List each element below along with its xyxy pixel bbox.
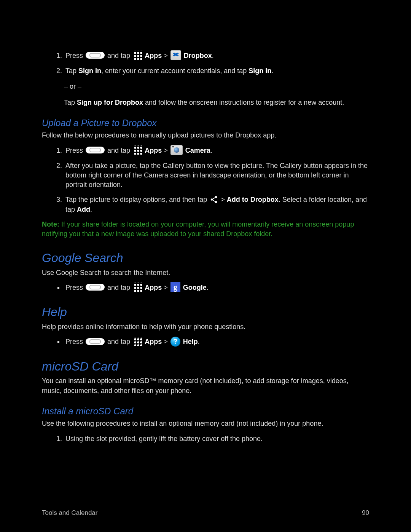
- t: .: [90, 206, 92, 213]
- list-item: Tap Sign in, enter your current account …: [64, 66, 369, 76]
- apps-label: Apps: [145, 147, 162, 154]
- t: Tap: [64, 99, 77, 106]
- t: and follow the onscreen instructions to …: [143, 99, 344, 106]
- apps-label: Apps: [145, 284, 162, 291]
- t: .: [271, 67, 273, 75]
- bold: Add: [77, 206, 90, 213]
- camera-icon: [170, 145, 183, 155]
- apps-grid-icon: [133, 283, 142, 292]
- footer-section: Tools and Calendar: [42, 509, 97, 516]
- bold: Sign in: [78, 67, 101, 75]
- step-text: and tap: [107, 147, 130, 154]
- alt-instruction: Tap Sign up for Dropbox and follow the o…: [64, 98, 369, 107]
- bold: Sign up for Dropbox: [77, 99, 143, 106]
- target-app: Help: [183, 338, 198, 345]
- separator: >: [164, 338, 168, 345]
- heading-google-search: Google Search: [42, 249, 369, 267]
- bold: Add to Dropbox: [227, 196, 279, 203]
- list-item: Using the slot provided, gently lift the…: [64, 434, 369, 444]
- bold: Sign in: [249, 67, 271, 75]
- apps-grid-icon: [133, 51, 142, 60]
- target-app: Camera: [185, 147, 210, 154]
- help-steps: Press and tap Apps > ? Help.: [42, 337, 369, 347]
- note-text: Note: If your share folder is located on…: [42, 220, 369, 239]
- home-button-icon: [86, 338, 105, 345]
- document-page: Press and tap Apps > Dropbox. Tap Sign i…: [0, 0, 411, 532]
- dropbox-icon: [170, 50, 181, 60]
- list-item: Press and tap Apps > g Google.: [64, 283, 369, 293]
- list-item: Press and tap Apps > ? Help.: [64, 337, 369, 347]
- apps-grid-icon: [133, 337, 142, 346]
- intro: Use the following procedures to install …: [42, 419, 369, 428]
- step-text: Press: [65, 338, 83, 345]
- intro: Use Google Search to search the Internet…: [42, 268, 369, 278]
- heading-install-microsd: Install a microSD Card: [42, 405, 369, 418]
- upload-steps: Press and tap Apps > Camera. After you t…: [42, 146, 369, 214]
- step-text: and tap: [107, 284, 130, 291]
- intro: Follow the below procedures to manually …: [42, 131, 369, 140]
- step-text: and tap: [107, 338, 130, 345]
- svg-line-4: [213, 200, 215, 202]
- t: Tap: [65, 67, 78, 75]
- list-item: After you take a picture, tap the Galler…: [64, 161, 369, 190]
- step-text: Press: [65, 147, 83, 154]
- google-icon: g: [170, 282, 180, 292]
- intro: You can install an optional microSD™ mem…: [42, 376, 369, 395]
- svg-line-3: [213, 197, 215, 199]
- t: , enter your current account credentials…: [101, 67, 249, 75]
- separator: >: [164, 284, 168, 291]
- dropbox-signin-steps: Press and tap Apps > Dropbox. Tap Sign i…: [42, 51, 369, 76]
- target-app: Dropbox: [184, 52, 212, 59]
- help-icon: ?: [170, 337, 180, 347]
- list-item: Press and tap Apps > Camera.: [64, 146, 369, 156]
- apps-label: Apps: [145, 52, 162, 59]
- apps-label: Apps: [145, 338, 162, 345]
- or-separator: – or –: [64, 82, 369, 91]
- heading-help: Help: [42, 304, 369, 321]
- google-steps: Press and tap Apps > g Google.: [42, 283, 369, 293]
- list-item: Press and tap Apps > Dropbox.: [64, 51, 369, 61]
- home-button-icon: [86, 284, 105, 291]
- step-text: Press: [65, 284, 83, 291]
- note-body: If your share folder is located on your …: [42, 220, 354, 238]
- share-icon: [210, 195, 218, 204]
- separator: >: [221, 196, 225, 203]
- apps-grid-icon: [133, 145, 142, 155]
- home-button-icon: [86, 52, 105, 59]
- intro: Help provides online information to help…: [42, 322, 369, 332]
- page-footer: Tools and Calendar 90: [42, 508, 369, 518]
- list-item: Tap the picture to display options, and …: [64, 195, 369, 214]
- install-steps: Using the slot provided, gently lift the…: [42, 434, 369, 444]
- page-number: 90: [362, 508, 369, 518]
- target-app: Google: [183, 284, 207, 291]
- step-text: Press: [65, 52, 83, 59]
- step-text: and tap: [107, 52, 130, 59]
- heading-upload-picture: Upload a Picture to Dropbox: [42, 117, 369, 129]
- note-label: Note:: [42, 220, 59, 228]
- heading-microsd: microSD Card: [42, 358, 369, 375]
- separator: >: [164, 52, 168, 59]
- home-button-icon: [86, 147, 105, 153]
- separator: >: [164, 147, 168, 154]
- t: Tap the picture to display options, and …: [65, 196, 209, 203]
